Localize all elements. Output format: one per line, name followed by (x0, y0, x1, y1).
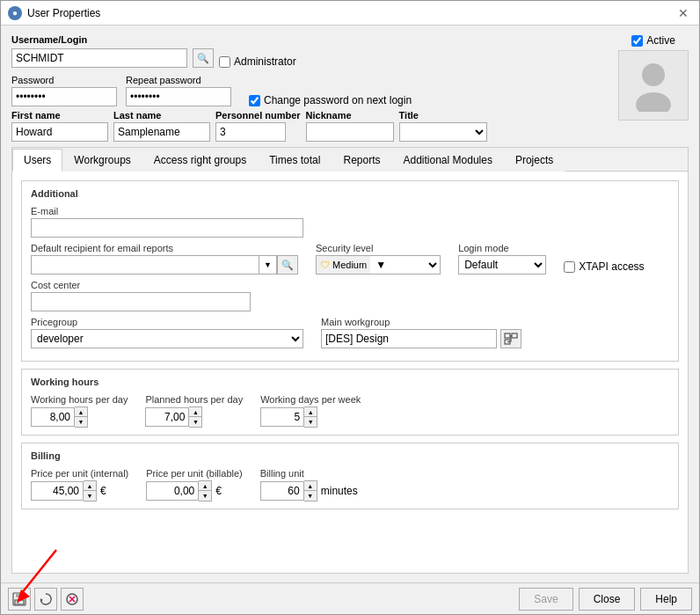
billing-unit-input[interactable] (260, 481, 304, 501)
currency-internal: € (100, 485, 106, 497)
bottom-bar: Save Close Help (1, 582, 699, 614)
workgroup-input[interactable] (321, 329, 497, 348)
tab-content-users: Additional E-mail Default recipient for … (12, 172, 688, 573)
price-internal-down[interactable]: ▼ (84, 491, 96, 501)
repeat-password-input[interactable] (126, 87, 231, 106)
xtapi-label[interactable]: XTAPI access (564, 260, 644, 273)
personnel-label: Personnel number (215, 110, 301, 121)
cost-center-input[interactable] (31, 292, 251, 311)
recipient-dropdown-button[interactable]: ▼ (259, 255, 277, 275)
username-input[interactable] (11, 48, 187, 68)
window-title: User Properties (27, 7, 100, 19)
save-icon-button[interactable] (8, 588, 31, 611)
pricegroup-select[interactable]: developer (31, 329, 303, 348)
login-mode-select[interactable]: Default (458, 255, 546, 275)
help-button[interactable]: Help (640, 588, 692, 611)
wh-per-day-group: Working hours per day ▲ ▼ (31, 394, 128, 428)
admin-checkbox[interactable] (219, 56, 230, 68)
main-workgroup-label: Main workgroup (321, 317, 521, 327)
wh-per-day-down[interactable]: ▼ (75, 417, 87, 427)
price-billable-spinner: ▲ ▼ (146, 480, 212, 502)
title-label: Title (399, 110, 487, 121)
close-window-button[interactable]: ✕ (674, 4, 692, 22)
security-level-select[interactable]: ▼ (370, 255, 441, 275)
svg-point-0 (642, 63, 665, 86)
billing-unit-up[interactable]: ▲ (304, 481, 317, 491)
currency-billable: € (215, 485, 222, 497)
change-password-checkbox[interactable] (249, 95, 260, 106)
title-select[interactable]: Mr. Ms. Dr. (399, 122, 487, 142)
tab-users[interactable]: Users (12, 149, 62, 172)
price-internal-input[interactable] (31, 481, 84, 501)
firstname-input[interactable] (11, 122, 108, 142)
lastname-input[interactable] (113, 122, 210, 142)
planned-hours-input[interactable] (145, 407, 189, 427)
planned-hours-down[interactable]: ▼ (189, 417, 201, 427)
active-checkbox-label[interactable]: Active (631, 34, 675, 47)
security-badge: 🛡 Medium (316, 255, 370, 275)
password-input[interactable] (11, 87, 117, 106)
working-days-input[interactable] (260, 407, 304, 427)
top-section: Username/Login 🔍 Administrator Password (11, 34, 689, 142)
price-billable-label: Price per unit (billable) (146, 468, 242, 479)
price-internal-label: Price per unit (internal) (31, 468, 128, 479)
active-checkbox[interactable] (631, 35, 643, 47)
workgroup-row (321, 329, 521, 348)
additional-title: Additional (31, 188, 669, 199)
billing-unit-down[interactable]: ▼ (304, 491, 317, 501)
reset-button[interactable] (61, 588, 84, 611)
price-billable-up[interactable]: ▲ (199, 481, 211, 491)
planned-hours-spinner-btns: ▲ ▼ (189, 406, 202, 428)
fields-row: First name Last name Personnel number Ni… (11, 110, 609, 142)
shield-icon: 🛡 (320, 260, 330, 270)
username-search-button[interactable]: 🔍 (193, 48, 214, 68)
svg-point-1 (636, 92, 671, 112)
svg-rect-3 (512, 333, 517, 338)
recipient-search-button[interactable]: 🔍 (277, 255, 298, 275)
password-row: Password Repeat password Change password… (11, 75, 609, 106)
svg-rect-11 (16, 593, 23, 597)
default-recipient-label: Default recipient for email reports (31, 243, 298, 253)
planned-hours-up[interactable]: ▲ (189, 407, 201, 417)
admin-checkbox-label[interactable]: Administrator (219, 55, 296, 68)
email-group: E-mail (31, 206, 303, 238)
wh-per-day-spinner-btns: ▲ ▼ (75, 406, 88, 428)
svg-marker-14 (40, 598, 43, 602)
security-level-group: Security level 🛡 Medium ▼ (316, 243, 441, 275)
tab-projects[interactable]: Projects (504, 149, 565, 172)
price-billable-down[interactable]: ▼ (199, 491, 211, 501)
working-days-up[interactable]: ▲ (304, 407, 317, 417)
hours-row: Working hours per day ▲ ▼ Planned hours … (31, 394, 669, 428)
tab-workgroups[interactable]: Workgroups (62, 149, 142, 172)
close-button[interactable]: Close (579, 588, 636, 611)
wh-per-day-input[interactable] (31, 407, 75, 427)
tab-reports[interactable]: Reports (332, 149, 391, 172)
xtapi-checkbox[interactable] (564, 261, 575, 273)
svg-rect-13 (17, 601, 19, 604)
save-button[interactable]: Save (519, 588, 572, 611)
billing-unit-spinner-btns: ▲ ▼ (304, 480, 317, 502)
tabs-bar: Users Workgroups Access right groups Tim… (12, 148, 688, 172)
top-right: Active (618, 34, 689, 121)
billing-section: Billing Price per unit (internal) ▲ ▼ (21, 443, 679, 509)
refresh-button[interactable] (34, 588, 57, 611)
price-billable-input[interactable] (146, 481, 199, 501)
wh-per-day-up[interactable]: ▲ (75, 407, 87, 417)
nickname-input[interactable] (306, 122, 394, 142)
tabs-container: Users Workgroups Access right groups Tim… (11, 147, 689, 574)
working-days-down[interactable]: ▼ (304, 417, 317, 427)
email-input[interactable] (31, 218, 303, 238)
login-mode-group: Login mode Default (458, 243, 546, 275)
personnel-input[interactable] (215, 122, 286, 142)
main-content: Username/Login 🔍 Administrator Password (1, 26, 699, 582)
admin-label: Administrator (234, 55, 296, 68)
default-recipient-input[interactable] (31, 255, 259, 275)
price-internal-up[interactable]: ▲ (84, 481, 96, 491)
workgroup-button[interactable] (500, 329, 521, 348)
bottom-left (8, 588, 84, 611)
change-password-text: Change password on next login (264, 94, 412, 106)
change-password-label[interactable]: Change password on next login (249, 94, 412, 106)
tab-additional-modules[interactable]: Additional Modules (392, 149, 504, 172)
tab-access-right-groups[interactable]: Access right groups (142, 149, 258, 172)
tab-times-total[interactable]: Times total (258, 149, 332, 172)
